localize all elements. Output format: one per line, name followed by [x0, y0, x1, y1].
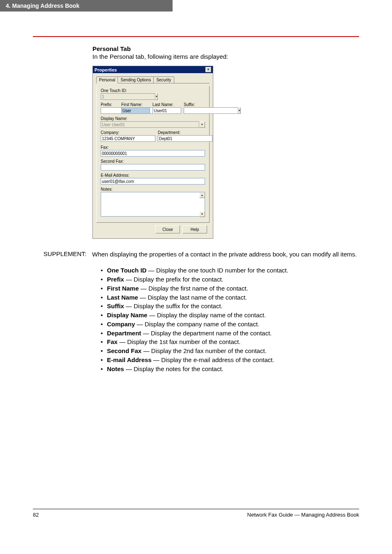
fax-input[interactable]	[101, 150, 205, 157]
section-title: Personal Tab	[92, 45, 359, 52]
supplement-label: SUPPLEMENT:	[33, 250, 86, 259]
label-second-fax: Second Fax:	[101, 159, 205, 164]
list-item: One Touch ID — Display the one touch ID …	[101, 266, 359, 275]
close-button[interactable]: Close	[155, 225, 180, 233]
dialog-titlebar[interactable]: Properties ×	[93, 66, 213, 73]
section-desc: In the Personal tab, following items are…	[92, 53, 359, 60]
tab-security[interactable]: Security	[153, 76, 174, 83]
close-icon[interactable]: ×	[205, 67, 211, 72]
scroll-down-icon[interactable]: ▾	[199, 211, 205, 217]
list-item: Company — Display the company name of th…	[101, 320, 359, 329]
label-last-name: Last Name:	[152, 102, 181, 107]
dialog-title: Properties	[95, 67, 117, 72]
tab-strip: Personal Sending Options Security	[96, 76, 210, 83]
list-item: Department — Display the department name…	[101, 329, 359, 338]
list-item: Prefix — Display the prefix for the cont…	[101, 275, 359, 284]
list-item: Fax — Display the 1st fax number of the …	[101, 337, 359, 346]
company-input[interactable]	[101, 135, 155, 142]
list-item: Suffix — Display the suffix for the cont…	[101, 302, 359, 311]
list-item: First Name — Display the first name of t…	[101, 284, 359, 293]
chevron-down-icon[interactable]: ▾	[238, 107, 241, 114]
properties-dialog: Properties × Personal Sending Options Se…	[92, 66, 213, 239]
display-name-input[interactable]	[101, 121, 199, 128]
display-name-combo[interactable]: ▾	[101, 121, 205, 128]
notes-input[interactable]	[101, 192, 205, 217]
email-input[interactable]	[101, 178, 205, 185]
footer-rule	[33, 509, 359, 509]
last-name-input[interactable]	[152, 107, 181, 114]
chapter-header: 4. Managing Address Book	[0, 0, 173, 12]
list-item: Last Name — Display the last name of the…	[101, 293, 359, 302]
label-display-name: Display Name:	[101, 116, 205, 121]
label-company: Company:	[101, 130, 155, 135]
help-button[interactable]: Help	[182, 225, 207, 233]
tab-panel-personal: One Touch ID: ▾ Prefix: ▾	[96, 86, 210, 223]
list-item: Display Name — Display the display name …	[101, 311, 359, 320]
label-suffix: Suffix:	[184, 102, 202, 107]
prefix-combo[interactable]: ▾	[101, 107, 119, 114]
field-description-list: One Touch ID — Display the one touch ID …	[101, 266, 359, 373]
supplement-text: When displaying the properties of a cont…	[92, 250, 357, 259]
department-input[interactable]	[158, 135, 212, 142]
tab-sending-options[interactable]: Sending Options	[118, 76, 154, 83]
label-first-name: First Name:	[121, 102, 150, 107]
suffix-input[interactable]	[184, 107, 238, 114]
one-touch-combo[interactable]: ▾	[101, 93, 121, 100]
footer-title: Network Fax Guide — Managing Address Boo…	[247, 512, 359, 518]
chevron-down-icon[interactable]: ▾	[199, 121, 205, 128]
label-one-touch: One Touch ID:	[101, 88, 121, 93]
scroll-up-icon[interactable]: ▴	[199, 192, 205, 198]
top-rule	[33, 36, 359, 37]
list-item: Notes — Display the notes for the contac…	[101, 365, 359, 374]
list-item: Second Fax — Display the 2nd fax number …	[101, 346, 359, 355]
first-name-input[interactable]	[121, 107, 150, 114]
label-email: E-Mail Address:	[101, 173, 205, 178]
label-notes: Notes:	[101, 187, 205, 192]
second-fax-input[interactable]	[101, 164, 205, 171]
label-department: Department:	[158, 130, 212, 135]
one-touch-input[interactable]	[101, 93, 155, 100]
chevron-down-icon[interactable]: ▾	[155, 93, 158, 100]
tab-personal[interactable]: Personal	[96, 76, 118, 83]
label-fax: Fax:	[101, 145, 205, 150]
label-prefix: Prefix:	[101, 102, 119, 107]
suffix-combo[interactable]: ▾	[184, 107, 202, 114]
list-item: E-mail Address — Display the e-mail addr…	[101, 355, 359, 365]
page-number: 82	[33, 512, 39, 518]
